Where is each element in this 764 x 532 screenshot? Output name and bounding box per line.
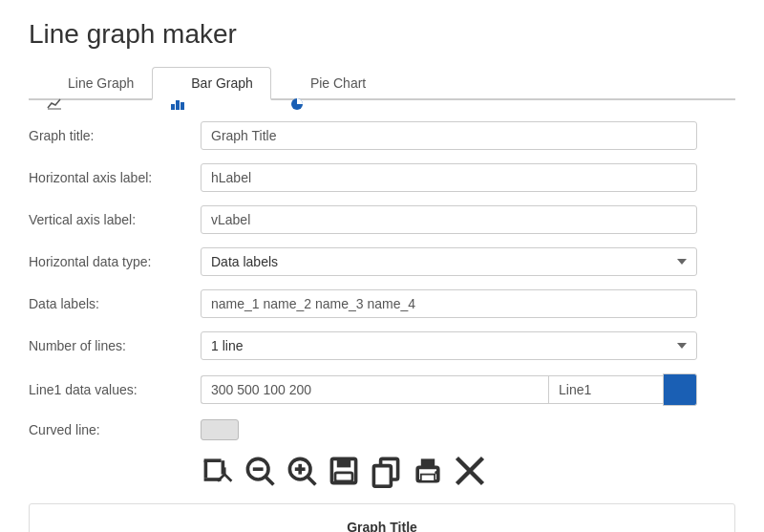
v-axis-row: Vertical axis label: xyxy=(29,205,697,234)
line1-row: Line1 data values: xyxy=(29,373,697,406)
svg-rect-6 xyxy=(204,460,208,478)
print-icon xyxy=(411,442,445,500)
form-section: Graph title: Horizontal axis label: Vert… xyxy=(29,121,697,488)
zoom-out-icon xyxy=(243,442,277,500)
page-title: Line graph maker xyxy=(29,19,735,50)
tab-bar-graph[interactable]: Bar Graph xyxy=(152,67,271,100)
copy-button[interactable] xyxy=(369,454,403,488)
svg-rect-18 xyxy=(335,473,352,481)
svg-line-11 xyxy=(265,476,273,484)
svg-rect-2 xyxy=(176,100,180,110)
copy-icon xyxy=(369,442,403,500)
graph-title-label: Graph title: xyxy=(29,128,201,143)
pie-chart-icon xyxy=(289,75,305,91)
svg-rect-1 xyxy=(171,104,175,110)
tab-pie-chart-label: Pie Chart xyxy=(310,75,366,91)
tab-bar: Line Graph Bar Graph Pie Chart xyxy=(29,67,735,100)
line1-values-input[interactable] xyxy=(201,375,548,404)
h-axis-label: Horizontal axis label: xyxy=(29,170,201,185)
num-lines-row: Number of lines: 1 line xyxy=(29,331,697,360)
curved-toggle[interactable] xyxy=(201,419,239,440)
h-data-type-row: Horizontal data type: Data labels xyxy=(29,247,697,276)
svg-rect-17 xyxy=(337,458,350,467)
line1-label: Line1 data values: xyxy=(29,382,201,397)
edit-button[interactable] xyxy=(201,454,235,488)
v-axis-label: Vertical axis label: xyxy=(29,212,201,227)
save-button[interactable] xyxy=(327,454,361,488)
toolbar xyxy=(201,454,697,488)
edit-icon xyxy=(201,442,235,500)
num-lines-select[interactable]: 1 line xyxy=(201,331,697,360)
curved-label: Curved line: xyxy=(29,422,201,437)
num-lines-label: Number of lines: xyxy=(29,338,201,353)
curved-row: Curved line: xyxy=(29,419,697,440)
svg-rect-24 xyxy=(421,475,435,481)
data-labels-input[interactable] xyxy=(201,289,697,318)
svg-line-15 xyxy=(307,476,315,484)
svg-rect-20 xyxy=(373,466,391,487)
zoom-out-button[interactable] xyxy=(243,454,277,488)
graph-title-input[interactable] xyxy=(201,121,697,150)
save-icon xyxy=(327,442,361,500)
line1-name-input[interactable] xyxy=(548,375,663,404)
h-axis-row: Horizontal axis label: xyxy=(29,163,697,192)
zoom-in-button[interactable] xyxy=(285,454,319,488)
tab-line-graph[interactable]: Line Graph xyxy=(29,67,152,98)
print-button[interactable] xyxy=(411,454,445,488)
svg-rect-3 xyxy=(180,102,184,110)
tab-bar-graph-label: Bar Graph xyxy=(191,75,253,91)
h-data-type-select[interactable]: Data labels xyxy=(201,247,697,276)
svg-rect-23 xyxy=(421,458,435,467)
chart-container: Graph Title 500 Line1 xyxy=(29,503,735,532)
chart-title: Graph Title xyxy=(45,520,719,532)
line1-color-swatch[interactable] xyxy=(663,373,697,406)
close-icon xyxy=(453,442,487,500)
bar-chart-icon xyxy=(170,75,185,91)
line-chart-icon xyxy=(47,75,62,91)
h-axis-input[interactable] xyxy=(201,163,697,192)
tab-line-graph-label: Line Graph xyxy=(68,75,134,91)
h-data-type-label: Horizontal data type: xyxy=(29,254,201,269)
svg-point-25 xyxy=(435,471,438,475)
data-labels-label: Data labels: xyxy=(29,296,201,311)
close-button[interactable] xyxy=(453,454,487,488)
data-labels-row: Data labels: xyxy=(29,289,697,318)
graph-title-row: Graph title: xyxy=(29,121,697,150)
v-axis-input[interactable] xyxy=(201,205,697,234)
zoom-in-icon xyxy=(285,442,319,500)
line1-inputs xyxy=(201,373,697,406)
tab-pie-chart[interactable]: Pie Chart xyxy=(271,67,384,98)
